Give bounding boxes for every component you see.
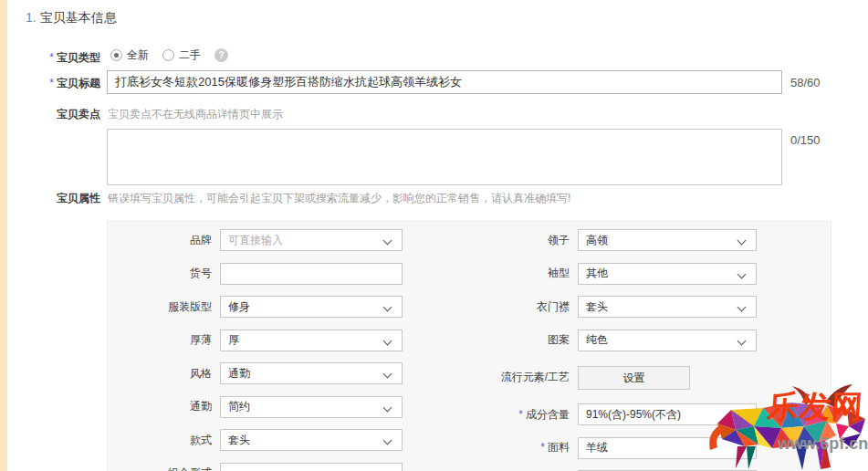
brand-label: 品牌 [108, 233, 220, 248]
attributes-panel: 品牌可直接输入货号服装版型修身厚薄厚风格通勤通勤简约款式套头组合形式 领子高领袖… [107, 221, 831, 471]
collar-select[interactable]: 高领 [578, 229, 757, 251]
style-value: 通勤 [228, 366, 250, 382]
placket-value: 套头 [586, 299, 608, 315]
brand-value: 可直接输入 [228, 233, 283, 248]
radio-option-used[interactable]: 二手 [162, 47, 201, 63]
required-asterisk: * [49, 77, 54, 89]
radio-option-new[interactable]: 全新 [110, 47, 149, 63]
commute-value: 简约 [228, 399, 250, 414]
selling-point-char-counter: 0/150 [790, 133, 821, 147]
sleeve-type-label: 袖型 [465, 266, 578, 281]
chevron-down-icon [737, 336, 747, 345]
product-title-input[interactable] [107, 70, 782, 94]
attr-row-brand: 品牌可直接输入 [108, 224, 465, 257]
sleeve-type-select[interactable]: 其他 [578, 263, 757, 285]
pattern-label: 图案 [465, 332, 578, 348]
commute-label: 通勤 [108, 399, 220, 414]
chevron-down-icon [737, 236, 747, 246]
attr-row-sleeve-type: 袖型其他 [465, 257, 831, 291]
attributes-column-left: 品牌可直接输入货号服装版型修身厚薄厚风格通勤通勤简约款式套头组合形式 [108, 224, 465, 471]
radio-unselected-icon[interactable] [162, 49, 174, 61]
radio-label-new: 全新 [127, 47, 149, 63]
composition-content-value: 91%(含)-95%(不含) [586, 407, 681, 423]
chevron-down-icon [383, 403, 392, 412]
chevron-down-icon [737, 444, 747, 453]
attr-row-item-number: 货号 [108, 257, 465, 291]
pattern-select[interactable]: 纯色 [578, 330, 757, 351]
style-select[interactable]: 通勤 [220, 362, 403, 384]
attr-row-thickness: 厚薄厚 [108, 324, 465, 358]
attributes-column-right: 领子高领袖型其他衣门襟套头图案纯色流行元素/工艺设置*成分含量91%(含)-95… [465, 224, 831, 471]
product-edit-page: 1.宝贝基本信息 *宝贝类型 全新 二手 ? *宝贝标题 58/60 宝贝卖点 … [0, 0, 868, 471]
chevron-down-icon [383, 236, 392, 246]
attributes-label: 宝贝属性 [0, 191, 100, 206]
required-asterisk: * [518, 408, 523, 421]
radio-label-used: 二手 [179, 47, 201, 63]
attr-row-placket: 衣门襟套头 [465, 290, 831, 324]
trend-elements-label: 流行元素/工艺 [465, 370, 578, 385]
selling-point-label: 宝贝卖点 [0, 107, 100, 122]
attr-row-combo-form: 组合形式 [108, 457, 465, 471]
chevron-down-icon [383, 303, 392, 312]
clothing-cut-value: 修身 [228, 299, 250, 315]
chevron-down-icon [383, 370, 392, 379]
combo-form-select[interactable] [220, 463, 403, 471]
help-icon[interactable]: ? [214, 48, 228, 62]
product-title-label: *宝贝标题 [0, 76, 100, 91]
item-number-label: 货号 [108, 266, 220, 281]
style-label: 风格 [108, 366, 220, 382]
collar-label: 领子 [465, 233, 578, 248]
clothing-cut-label: 服装版型 [108, 299, 220, 315]
attr-row-knit-style: 款式套头 [108, 424, 465, 457]
selling-point-textarea[interactable] [107, 129, 782, 185]
page-left-margin-strip [0, 0, 7, 471]
attr-row-commute: 通勤简约 [108, 391, 465, 424]
attr-row-pattern: 图案纯色 [465, 324, 831, 358]
commute-select[interactable]: 简约 [220, 396, 403, 418]
chevron-down-icon [737, 303, 747, 312]
fabric-value: 羊绒 [586, 440, 608, 455]
title-char-counter: 58/60 [790, 76, 821, 89]
brand-select[interactable]: 可直接输入 [220, 229, 403, 251]
section-number: 1. [26, 10, 37, 25]
knit-style-select[interactable]: 套头 [220, 429, 403, 451]
attr-row-style: 风格通勤 [108, 357, 465, 391]
item-number-input[interactable] [220, 263, 403, 285]
chevron-down-icon [737, 269, 747, 278]
fabric-label: *面料 [465, 440, 578, 455]
chevron-down-icon [383, 336, 392, 345]
attr-row-fabric: *面料羊绒 [465, 432, 831, 466]
product-type-radio-group: 全新 二手 ? [110, 47, 228, 63]
required-asterisk: * [540, 441, 545, 454]
trend-elements-settings-button[interactable]: 设置 [578, 366, 690, 390]
placket-select[interactable]: 套头 [578, 296, 757, 318]
combo-form-label: 组合形式 [108, 466, 220, 471]
clothing-cut-select[interactable]: 修身 [220, 296, 403, 318]
thickness-select[interactable]: 厚 [220, 330, 403, 351]
sleeve-type-value: 其他 [586, 266, 608, 281]
chevron-down-icon [383, 436, 392, 445]
selling-point-hint: 宝贝卖点不在无线商品详情页中展示 [108, 107, 283, 122]
required-asterisk: * [49, 51, 54, 64]
attr-row-trend-elements: 流行元素/工艺设置 [465, 357, 831, 398]
composition-content-label: *成分含量 [465, 407, 578, 423]
section-title-text: 宝贝基本信息 [40, 10, 117, 25]
thickness-label: 厚薄 [108, 332, 220, 348]
section-title: 1.宝贝基本信息 [26, 10, 117, 26]
knit-style-label: 款式 [108, 433, 220, 448]
attr-row-composition-content: *成分含量91%(含)-95%(不含) [465, 398, 831, 432]
composition-content-select[interactable]: 91%(含)-95%(不含) [578, 403, 757, 425]
knit-style-value: 套头 [228, 433, 250, 448]
product-type-label: *宝贝类型 [0, 50, 100, 66]
thickness-value: 厚 [228, 332, 239, 348]
collar-value: 高领 [586, 233, 608, 248]
attr-row-extra-field [465, 465, 831, 471]
attr-row-clothing-cut: 服装版型修身 [108, 290, 465, 324]
attributes-warning: 错误填写宝贝属性，可能会引起宝贝下架或搜索流量减少，影响您的正常销售，请认真准确… [108, 191, 570, 206]
fabric-select[interactable]: 羊绒 [578, 437, 757, 459]
placket-label: 衣门襟 [465, 299, 578, 315]
attr-row-collar: 领子高领 [465, 224, 831, 257]
pattern-value: 纯色 [586, 332, 608, 348]
chevron-down-icon [737, 411, 747, 420]
radio-selected-icon[interactable] [110, 49, 122, 61]
